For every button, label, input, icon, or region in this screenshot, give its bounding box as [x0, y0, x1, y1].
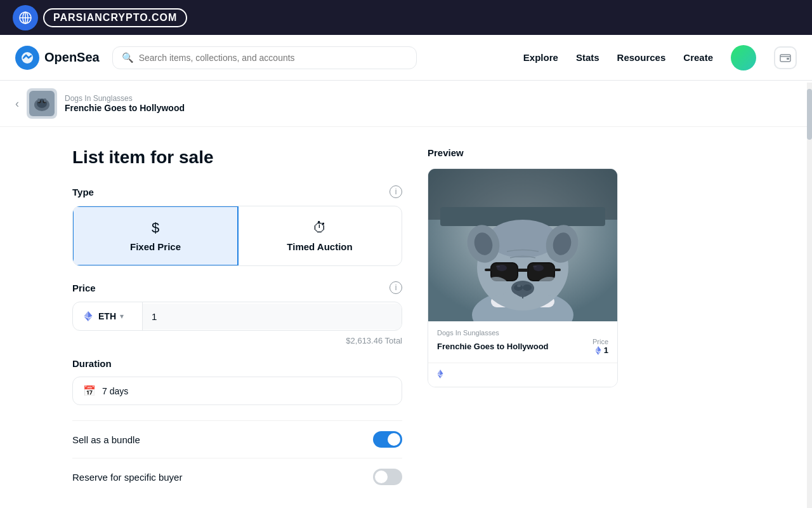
- reserve-toggle-knob: [375, 471, 388, 483]
- preview-price-row: 1: [595, 345, 608, 355]
- svg-rect-28: [518, 269, 528, 272]
- svg-rect-30: [553, 269, 561, 271]
- duration-section: Duration 📅 7 days: [72, 358, 402, 405]
- bundle-toggle-row: Sell as a bundle: [72, 420, 402, 458]
- svg-rect-29: [485, 269, 492, 271]
- svg-point-37: [523, 284, 532, 291]
- price-input[interactable]: [143, 304, 402, 330]
- price-input-row: ETH ▾: [72, 302, 402, 331]
- bundle-toggle-label: Sell as a bundle: [72, 434, 140, 445]
- avatar[interactable]: [731, 45, 756, 70]
- explore-link[interactable]: Explore: [523, 52, 558, 63]
- price-info-icon[interactable]: i: [390, 281, 402, 294]
- breadcrumb-thumbnail: [27, 88, 57, 119]
- fixed-price-label: Fixed Price: [130, 241, 181, 252]
- duration-value: 7 days: [102, 386, 128, 396]
- preview-info: Dogs In Sunglasses Frenchie Goes to Holl…: [428, 321, 617, 363]
- type-section-header: Type i: [72, 185, 402, 198]
- type-section: Type i $ Fixed Price ⏱ Timed Auction: [72, 185, 402, 266]
- timed-auction-option[interactable]: ⏱ Timed Auction: [238, 206, 402, 265]
- preview-price-value: 1: [604, 345, 608, 355]
- calendar-icon: 📅: [83, 385, 96, 397]
- page-title: List item for sale: [72, 147, 402, 168]
- fixed-price-option[interactable]: $ Fixed Price: [72, 206, 239, 266]
- main-nav: Explore Stats Resources Create: [523, 45, 797, 70]
- globe-icon: [13, 5, 38, 30]
- search-input[interactable]: [139, 53, 407, 63]
- preview-nft-name: Frenchie Goes to Hollywood: [437, 342, 549, 351]
- scrollbar-thumb[interactable]: [807, 89, 812, 140]
- opensea-logo[interactable]: OpenSea: [15, 46, 100, 70]
- main-content: List item for sale Type i $ Fixed Price …: [57, 127, 755, 508]
- preview-card: Dogs In Sunglasses Frenchie Goes to Holl…: [428, 168, 618, 387]
- price-label: Price: [72, 283, 96, 293]
- currency-chevron-icon: ▾: [120, 312, 124, 321]
- search-bar[interactable]: 🔍: [112, 46, 417, 69]
- duration-section-header: Duration: [72, 358, 402, 369]
- dollar-icon: $: [152, 220, 159, 236]
- navbar: OpenSea 🔍 Explore Stats Resources Create: [0, 35, 812, 81]
- bundle-toggle[interactable]: [373, 431, 402, 448]
- reserve-toggle-label: Reserve for specific buyer: [72, 472, 182, 483]
- type-options: $ Fixed Price ⏱ Timed Auction: [72, 206, 402, 266]
- listing-form: List item for sale Type i $ Fixed Price …: [72, 147, 402, 495]
- currency-label: ETH: [98, 311, 116, 321]
- stats-link[interactable]: Stats: [576, 52, 599, 63]
- svg-point-41: [537, 277, 562, 296]
- brand-text: PARSIANCRYPTO.COM: [43, 8, 187, 27]
- preview-price-block: Price 1: [593, 338, 608, 355]
- breadcrumb-collection: Dogs In Sunglasses: [65, 94, 185, 103]
- price-section: Price i ETH ▾ $2,613.46: [72, 281, 402, 345]
- scrollbar[interactable]: [807, 83, 812, 508]
- preview-section: Preview: [428, 147, 740, 495]
- preview-title: Preview: [428, 147, 740, 158]
- brand-name: OpenSea: [44, 50, 100, 65]
- reserve-toggle[interactable]: [373, 469, 402, 485]
- breadcrumb: ‹ Dogs In Sunglasses Frenchie Goes to Ho…: [0, 81, 812, 127]
- type-label: Type: [72, 187, 94, 197]
- svg-point-38: [517, 284, 521, 287]
- wallet-icon[interactable]: [774, 46, 797, 69]
- currency-selector[interactable]: ETH ▾: [73, 302, 143, 330]
- timed-auction-label: Timed Auction: [287, 241, 352, 252]
- price-section-header: Price i: [72, 281, 402, 294]
- back-button[interactable]: ‹: [15, 97, 19, 110]
- type-info-icon[interactable]: i: [390, 185, 402, 198]
- svg-rect-14: [44, 98, 46, 102]
- opensea-logo-icon: [15, 46, 39, 70]
- search-icon: 🔍: [122, 52, 134, 64]
- svg-rect-13: [37, 98, 40, 102]
- preview-nft-image: [428, 169, 617, 321]
- duration-label: Duration: [72, 358, 112, 369]
- resources-link[interactable]: Resources: [617, 52, 666, 63]
- breadcrumb-info: Dogs In Sunglasses Frenchie Goes to Holl…: [65, 94, 185, 113]
- clock-icon: ⏱: [313, 220, 327, 236]
- svg-rect-34: [533, 265, 537, 267]
- svg-rect-33: [496, 265, 500, 267]
- breadcrumb-item-name: Frenchie Goes to Hollywood: [65, 103, 185, 113]
- reserve-toggle-row: Reserve for specific buyer: [72, 458, 402, 495]
- svg-rect-7: [787, 58, 789, 60]
- preview-eth-section: [428, 363, 617, 387]
- svg-point-40: [483, 277, 509, 296]
- svg-point-5: [24, 55, 26, 57]
- price-total: $2,613.46 Total: [72, 336, 402, 345]
- bundle-toggle-knob: [388, 433, 400, 446]
- duration-picker[interactable]: 📅 7 days: [72, 377, 402, 405]
- preview-price-label: Price: [593, 338, 608, 345]
- create-link[interactable]: Create: [683, 52, 713, 63]
- top-banner: PARSIANCRYPTO.COM: [0, 0, 812, 35]
- top-banner-logo: PARSIANCRYPTO.COM: [13, 5, 187, 30]
- preview-name-price-row: Frenchie Goes to Hollywood Price 1: [437, 338, 608, 355]
- preview-collection-name: Dogs In Sunglasses: [437, 329, 608, 337]
